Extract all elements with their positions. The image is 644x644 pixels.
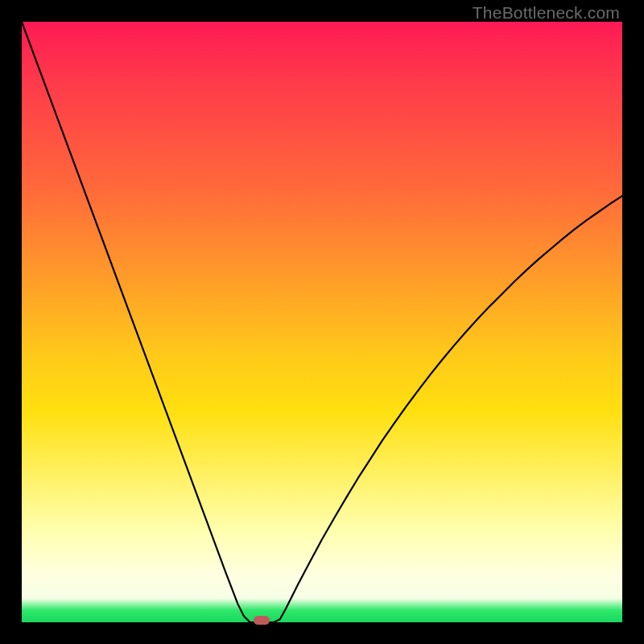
- bottleneck-curve: [22, 22, 622, 622]
- optimal-marker: [254, 616, 270, 625]
- plot-area: [22, 22, 622, 622]
- chart-frame: TheBottleneck.com: [0, 0, 644, 644]
- watermark-text: TheBottleneck.com: [473, 3, 620, 23]
